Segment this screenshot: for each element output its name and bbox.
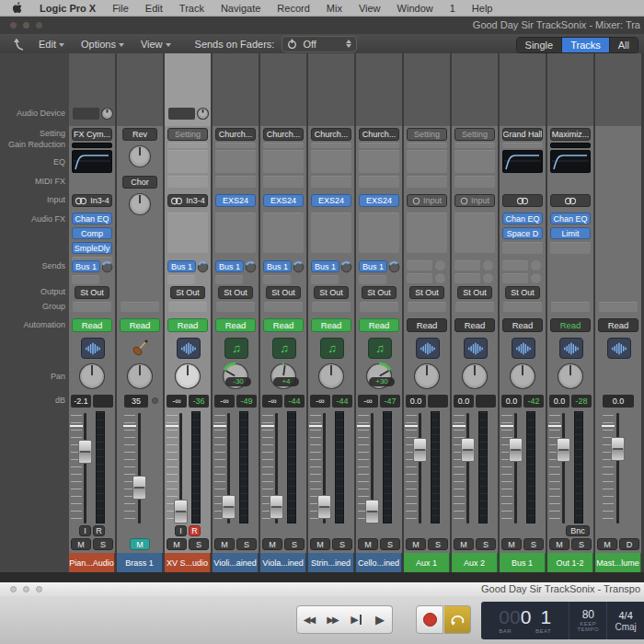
hierarchy-arrow-icon[interactable] — [11, 38, 26, 51]
options-menu[interactable]: Options — [81, 39, 124, 50]
audio-device-slot[interactable] — [168, 108, 195, 120]
input-monitor-button[interactable]: I — [175, 525, 187, 536]
peak-level-value[interactable]: -28 — [571, 395, 592, 408]
input-slot[interactable]: EXS24 — [311, 194, 351, 207]
fader-handle[interactable] — [509, 438, 523, 462]
pan-knob[interactable] — [78, 362, 106, 390]
fader-handle[interactable] — [222, 495, 236, 519]
output-slot[interactable]: St Out — [75, 286, 109, 299]
automation-mode-button[interactable]: Read — [407, 318, 447, 332]
dim-button[interactable]: D — [619, 538, 639, 550]
midi-fx-empty-slot[interactable] — [454, 176, 495, 188]
peak-level-value[interactable] — [428, 395, 448, 408]
setting-slot[interactable]: Church... — [263, 128, 304, 141]
eq-empty-slot[interactable] — [311, 150, 351, 173]
peak-level-value[interactable]: -36 — [189, 395, 209, 408]
pan-knob[interactable] — [317, 362, 345, 390]
solo-button[interactable]: S — [332, 538, 352, 550]
audio-device-slot[interactable] — [73, 108, 99, 120]
audio-fx-empty-slot[interactable] — [215, 213, 256, 253]
solo-button[interactable]: S — [428, 538, 448, 550]
play-button[interactable]: ▶ — [368, 605, 393, 634]
eq-empty-slot[interactable] — [454, 150, 495, 173]
audio-fx-empty-slot[interactable] — [502, 242, 543, 254]
mute-button[interactable]: M — [262, 538, 282, 550]
fader-track[interactable] — [84, 413, 86, 523]
send-slot-1[interactable]: Bus 1 — [215, 260, 244, 272]
input-slot[interactable]: EXS24 — [359, 194, 399, 207]
mute-button[interactable]: M — [71, 538, 91, 550]
eq-empty-slot[interactable] — [215, 150, 256, 173]
output-slot[interactable]: St Out — [266, 286, 301, 299]
minimize-window-icon[interactable] — [23, 586, 29, 592]
menu-item-mix[interactable]: Mix — [327, 3, 342, 14]
minimize-window-icon[interactable] — [23, 22, 29, 29]
cycle-button[interactable] — [444, 605, 471, 634]
channel-name[interactable]: Mast...lume — [595, 553, 641, 572]
audio-device-knob[interactable] — [196, 107, 210, 121]
output-slot[interactable]: St Out — [457, 286, 492, 299]
midi-fx-empty-slot[interactable] — [215, 176, 256, 188]
fader-handle[interactable] — [317, 495, 331, 519]
send-slot-1[interactable]: Bus 1 — [263, 260, 292, 272]
midi-fx-empty-slot[interactable] — [167, 176, 208, 188]
pan-knob[interactable] — [557, 362, 584, 390]
eq-empty-slot[interactable] — [407, 150, 447, 173]
eq-empty-slot[interactable] — [359, 150, 399, 173]
automation-mode-button[interactable]: Read — [72, 318, 112, 332]
mute-button[interactable]: M — [310, 538, 330, 550]
send-empty-slot[interactable] — [359, 275, 386, 284]
channel-name[interactable]: Brass 1 — [117, 553, 163, 572]
volume-db-value[interactable]: 0.0 — [501, 395, 522, 408]
input-slot[interactable]: In3-4 — [72, 194, 112, 207]
output-slot[interactable]: St Out — [505, 286, 540, 299]
fader-track[interactable] — [419, 413, 421, 523]
group-slot[interactable] — [73, 302, 111, 312]
rewind-button[interactable]: ◀◀ — [296, 605, 321, 634]
solo-button[interactable]: S — [93, 538, 113, 550]
menu-item-record[interactable]: Record — [277, 3, 309, 14]
send-empty-slot[interactable] — [311, 275, 339, 284]
channel-name[interactable]: Cello...ined — [356, 553, 402, 572]
bounce-button[interactable]: Bnc — [566, 525, 590, 536]
mute-button[interactable]: M — [130, 538, 150, 550]
solo-button[interactable]: S — [523, 538, 544, 550]
channel-name[interactable]: Bus 1 — [500, 553, 546, 572]
solo-button[interactable]: S — [236, 538, 257, 550]
menu-app-name[interactable]: Logic Pro X — [40, 3, 96, 14]
send-empty-slot-2[interactable] — [502, 273, 528, 283]
group-slot[interactable] — [312, 302, 351, 312]
send-empty-slot[interactable] — [263, 275, 291, 284]
mute-button[interactable]: M — [214, 538, 235, 550]
fader-track[interactable] — [514, 413, 517, 523]
solo-button[interactable]: S — [284, 538, 305, 550]
solo-button[interactable]: S — [476, 538, 496, 550]
fader-handle[interactable] — [365, 500, 379, 523]
fader-track[interactable] — [138, 413, 141, 523]
channel-name[interactable]: XV S...udio — [165, 553, 211, 572]
audio-fx-slot-2[interactable]: Comp — [72, 227, 112, 239]
setting-slot[interactable]: Setting — [167, 128, 208, 141]
output-slot[interactable]: St Out — [409, 286, 444, 299]
input-slot[interactable]: Input — [454, 194, 495, 207]
mute-button[interactable]: M — [454, 538, 474, 550]
peak-level-value[interactable]: -42 — [523, 395, 544, 408]
audio-fx-empty-slot[interactable] — [454, 213, 495, 253]
menu-item-help[interactable]: Help — [472, 3, 493, 14]
send-knob-1[interactable] — [293, 260, 305, 272]
volume-db-value[interactable]: 0.0 — [549, 395, 569, 408]
group-slot[interactable] — [408, 302, 446, 312]
audio-fx-empty-slot[interactable] — [359, 213, 399, 253]
fader-handle[interactable] — [557, 438, 570, 462]
view-menu[interactable]: View — [141, 39, 171, 50]
input-slot[interactable]: EXS24 — [263, 194, 304, 207]
pan-knob[interactable] — [126, 362, 154, 390]
audio-fx-slot-3[interactable]: SmpleDly — [72, 242, 112, 254]
channel-name[interactable]: Aux 2 — [452, 553, 498, 572]
menu-item-navigate[interactable]: Navigate — [221, 3, 260, 14]
midi-send-1-slot[interactable]: Rev — [122, 128, 157, 141]
edit-menu[interactable]: Edit — [39, 39, 64, 50]
pan-knob[interactable] — [509, 362, 536, 390]
midi-fx-empty-slot[interactable] — [311, 176, 351, 188]
view-tracks-button[interactable]: Tracks — [562, 38, 610, 52]
